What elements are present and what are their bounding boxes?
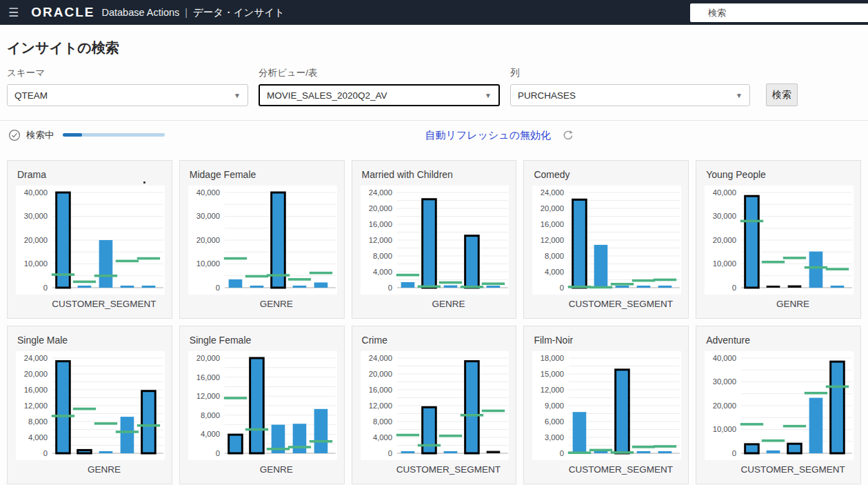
analytic-view-label: 分析ビュー/表 [259,67,500,79]
svg-text:0: 0 [43,284,48,292]
column-label: 列 [510,67,750,79]
card-title: Film-Noir [534,335,681,346]
svg-text:30,000: 30,000 [24,212,48,220]
global-search-input[interactable] [690,3,868,22]
disable-auto-refresh-link[interactable]: 自動リフレッシュの無効化 [425,128,551,141]
svg-text:0: 0 [387,284,392,292]
main-content: インサイトの検索 スキーマ QTEAM ▼ 分析ビュー/表 MOVIE_SALE… [0,39,868,484]
bar-chart: 010,00020,00030,00040,000 [705,351,854,460]
svg-text:20,000: 20,000 [368,370,392,378]
insight-card[interactable]: Single Female04,0008,00012,00016,00020,0… [179,326,345,484]
chart-area: 03,0006,0009,00012,00015,00018,000 [532,351,681,460]
insights-heading: インサイトの検索 [7,39,868,57]
insight-card[interactable]: Adventure010,00020,00030,00040,000CUSTOM… [696,326,861,484]
card-title: Young People [706,169,854,180]
bar-chart: 04,0008,00012,00016,00020,00024,000 [361,351,509,460]
svg-text:8,000: 8,000 [201,411,220,419]
insight-card[interactable]: Comedy04,0008,00012,00016,00020,00024,00… [523,160,689,319]
svg-text:4,000: 4,000 [545,268,564,276]
chart-x-axis-label: GENRE [16,464,165,475]
insight-card[interactable]: Midage Female010,00020,00030,00040,000GE… [179,160,345,319]
app-name: Database Actions [101,7,179,18]
chart-x-axis-label: GENRE [361,299,509,309]
card-title: Drama [17,169,165,180]
card-title: Comedy [534,169,681,180]
svg-text:30,000: 30,000 [196,212,219,220]
svg-text:9,000: 9,000 [545,402,564,410]
bar-chart: 04,0008,00012,00016,00020,00024,000 [532,186,681,295]
insight-card[interactable]: Film-Noir03,0006,0009,00012,00015,00018,… [523,326,689,484]
card-title: Single Female [190,335,337,346]
svg-text:40,000: 40,000 [713,354,736,362]
chart-x-axis-label: CUSTOMER_SEGMENT [16,299,165,309]
svg-text:24,000: 24,000 [368,354,392,362]
chart-area: 010,00020,00030,00040,000 [16,186,165,295]
chevron-down-icon: ▼ [736,92,743,99]
column-selected-value: PURCHASES [518,90,576,101]
bar-chart: 04,0008,00012,00016,00020,00024,000 [16,351,165,460]
svg-text:4,000: 4,000 [201,430,220,438]
svg-text:16,000: 16,000 [368,386,392,394]
search-progress-bar [63,133,165,137]
bar-chart: 04,0008,00012,00016,00020,00024,000 [361,186,509,295]
card-title: Crime [362,335,509,346]
title-separator: | [185,7,188,18]
svg-text:0: 0 [387,449,392,457]
svg-text:0: 0 [216,449,220,457]
svg-text:3,000: 3,000 [545,433,564,442]
insight-card[interactable]: Young People010,00020,00030,00040,000GEN… [696,160,861,319]
svg-text:8,000: 8,000 [373,417,392,426]
search-progress-fill [63,133,82,137]
insight-card[interactable]: Drama010,00020,00030,00040,000CUSTOMER_S… [7,160,172,319]
search-button[interactable]: 検索 [766,83,798,106]
insight-card[interactable]: Married with Children04,0008,00012,00016… [352,160,517,319]
chart-x-axis-label: GENRE [188,464,337,475]
svg-text:4,000: 4,000 [373,433,392,442]
chart-area: 010,00020,00030,00040,000 [705,186,854,295]
svg-text:24,000: 24,000 [368,188,392,197]
svg-text:0: 0 [43,449,48,457]
svg-text:16,000: 16,000 [24,386,48,394]
svg-text:12,000: 12,000 [541,386,564,394]
svg-text:16,000: 16,000 [368,220,392,228]
svg-text:20,000: 20,000 [196,236,219,244]
column-select[interactable]: PURCHASES ▼ [510,84,750,106]
svg-text:40,000: 40,000 [196,188,219,197]
svg-text:15,000: 15,000 [541,370,564,378]
filter-bar: スキーマ QTEAM ▼ 分析ビュー/表 MOVIE_SALES_2020Q2_… [0,67,868,106]
chevron-down-icon: ▼ [234,92,241,99]
oracle-logo: ORACLE [31,5,94,20]
page-title: データ・インサイト [193,6,285,19]
analytic-view-select[interactable]: MOVIE_SALES_2020Q2_AV ▼ [259,84,500,106]
svg-text:0: 0 [216,284,220,292]
svg-text:30,000: 30,000 [713,377,736,386]
bar-chart: 010,00020,00030,00040,000 [705,186,854,295]
card-title: Adventure [706,335,854,346]
insight-card[interactable]: Single Male04,0008,00012,00016,00020,000… [7,326,172,484]
schema-selected-value: QTEAM [14,90,48,101]
chart-x-axis-label: GENRE [188,299,337,309]
refresh-icon[interactable] [562,129,574,141]
schema-select[interactable]: QTEAM ▼ [7,84,248,106]
status-row: 検索中 自動リフレッシュの無効化 [0,120,868,149]
check-circle-icon [8,129,21,141]
svg-text:16,000: 16,000 [196,373,219,382]
card-title: Single Male [17,335,165,346]
svg-text:24,000: 24,000 [541,188,564,197]
svg-text:0: 0 [560,449,564,457]
svg-text:20,000: 20,000 [368,204,392,212]
chart-area: 04,0008,00012,00016,00020,00024,000 [532,186,681,295]
chart-x-axis-label: CUSTOMER_SEGMENT [361,464,509,475]
svg-text:30,000: 30,000 [713,212,736,220]
svg-text:12,000: 12,000 [368,236,392,244]
svg-text:4,000: 4,000 [373,268,392,276]
chart-x-axis-label: GENRE [705,299,854,309]
hamburger-menu-icon[interactable]: ☰ [8,6,19,20]
insight-card[interactable]: Crime04,0008,00012,00016,00020,00024,000… [352,326,517,484]
svg-text:10,000: 10,000 [24,259,48,268]
svg-text:20,000: 20,000 [24,370,48,378]
card-title: Married with Children [362,169,509,180]
svg-text:20,000: 20,000 [541,204,564,212]
chart-area: 010,00020,00030,00040,000 [188,186,337,295]
svg-text:8,000: 8,000 [373,252,392,260]
